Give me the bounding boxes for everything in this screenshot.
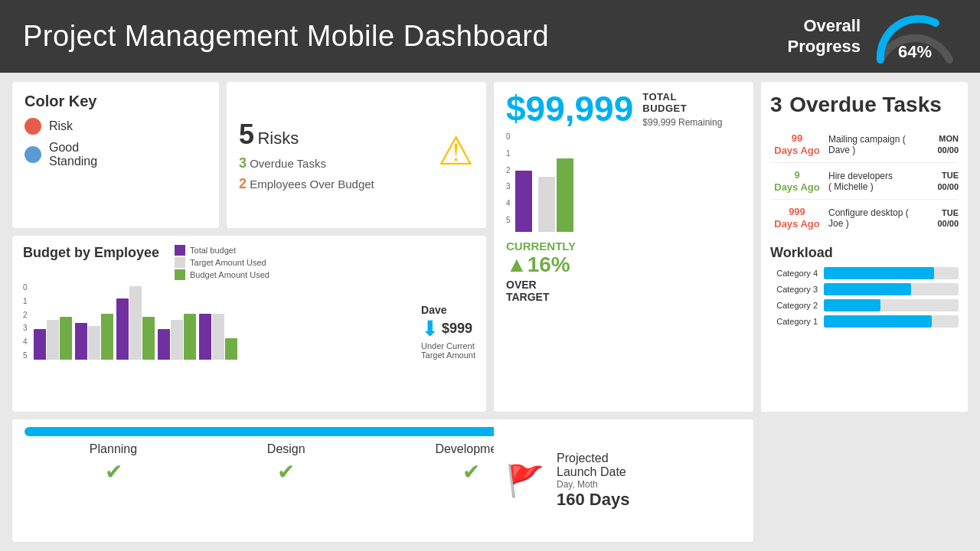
bar-group-4 (158, 314, 196, 360)
legend-box-used (175, 269, 185, 280)
launch-card: 🚩 ProjectedLaunch Date Day, Moth 160 Day… (494, 419, 753, 542)
overdue-title-label: Overdue Tasks (789, 93, 942, 116)
bar-group-1 (34, 317, 72, 360)
bar-total-4 (158, 329, 170, 360)
main-content: Color Key Risk GoodStanding 5 Risks 3 Ov… (0, 73, 980, 551)
bar-used-4 (184, 314, 196, 360)
overdue-count: 3 (239, 155, 247, 171)
bar-total-2 (75, 323, 87, 360)
risks-card: 5 Risks 3 Overdue Tasks 2 Employees Over… (227, 82, 486, 228)
over-budget-label: Employees Over Budget (250, 178, 374, 191)
overdue-title: 3 Overdue Tasks (770, 93, 959, 117)
overdue-task-1: 99Days Ago Mailing campaign (Dave ) MON0… (770, 126, 959, 163)
gauge-value: 64% (898, 42, 932, 62)
workload-fill-2 (824, 299, 880, 311)
workload-track-2 (824, 299, 959, 311)
risks-count: 5 (239, 119, 254, 150)
risk-label: Risk (49, 119, 73, 133)
mini-bar-group-1 (515, 171, 532, 232)
color-key-risk: Risk (24, 118, 207, 135)
budget-over-target: OVERTARGET (506, 279, 741, 303)
design-check-icon: ✔ (277, 459, 295, 484)
budget-emp-title: Budget by Employee (23, 245, 159, 261)
days-ago-3: 999Days Ago (770, 206, 824, 230)
bar-target-4 (171, 320, 183, 360)
bar-target-1 (47, 320, 59, 360)
workload-track-3 (824, 283, 959, 295)
phase-design: Design ✔ (267, 442, 305, 484)
overdue-task-2: 9Days Ago Hire developers( Michelle ) TU… (770, 163, 959, 200)
budget-employee-card: Budget by Employee Total budget Target A… (12, 236, 486, 412)
dave-arrow-icon: ⬇ (421, 316, 439, 341)
dave-section: Dave ⬇ $999 Under CurrentTarget Amount (421, 283, 475, 360)
budget-amount: $99,999 (506, 91, 633, 126)
budget-total-label: TOTALBUDGET (642, 91, 722, 114)
over-budget-count: 2 (239, 176, 247, 191)
mini-chart: 5 4 3 2 1 0 (506, 132, 741, 232)
workload-track-1 (824, 315, 959, 328)
bar-used-3 (142, 317, 155, 360)
budget-amount-block: $99,999 (506, 91, 633, 126)
workload-row-3: Category 3 (770, 283, 959, 295)
color-key-good: GoodStanding (24, 141, 207, 168)
budget-emp-header: Budget by Employee Total budget Target A… (23, 245, 475, 280)
workload-label-4: Category 4 (770, 269, 818, 278)
over-budget-row: 2 Employees Over Budget (239, 176, 474, 192)
mini-y-axis: 5 4 3 2 1 0 (506, 132, 512, 224)
task-desc-3: Configure desktop (Joe ) (828, 207, 916, 229)
page-title: Project Management Mobile Dashboard (23, 20, 549, 53)
planning-check-icon: ✔ (105, 459, 122, 484)
workload-row-4: Category 4 (770, 267, 959, 279)
launch-info: ProjectedLaunch Date Day, Moth 160 Days (557, 452, 629, 510)
launch-days: 160 Days (557, 490, 629, 510)
workload-fill-1 (824, 315, 932, 328)
bar-target-2 (88, 326, 100, 360)
budget-top: $99,999 TOTALBUDGET $99,999 Remaining (506, 91, 741, 128)
warning-icon: ⚠ (438, 128, 474, 174)
header: Project Management Mobile Dashboard Over… (0, 0, 980, 73)
budget-overview-card: $99,999 TOTALBUDGET $99,999 Remaining 5 … (494, 82, 753, 412)
dave-info: ⬇ $999 (421, 316, 475, 341)
days-ago-1: 99Days Ago (770, 132, 824, 156)
risks-label: Risks (257, 129, 299, 148)
bar-target-3 (129, 286, 142, 360)
workload-label-3: Category 3 (770, 285, 818, 294)
good-dot (24, 146, 41, 163)
legend-label-used: Budget Amount Used (190, 270, 270, 279)
emp-y-axis: 5 4 3 2 1 0 (23, 283, 31, 360)
bar-group-2 (75, 314, 113, 360)
legend-label-total: Total budget (190, 246, 236, 255)
overdue-label: Overdue Tasks (250, 157, 326, 170)
mini-bar-group-2 (538, 158, 573, 232)
legend-label-target: Target Amount Used (190, 258, 266, 267)
emp-chart-area: 5 4 3 2 1 0 (23, 283, 475, 360)
workload-track-4 (824, 267, 959, 279)
color-key-card: Color Key Risk GoodStanding (12, 82, 219, 228)
mini-bar-used-2 (557, 158, 573, 232)
workload-label-1: Category 1 (770, 317, 818, 326)
workload-card: Workload Category 4 Category 3 Category … (761, 236, 968, 412)
workload-row-1: Category 1 (770, 315, 959, 328)
legend-box-total (175, 245, 185, 256)
budget-labels: TOTALBUDGET $99,999 Remaining (642, 91, 722, 128)
color-key-title: Color Key (24, 93, 207, 110)
launch-label: ProjectedLaunch Date (557, 452, 629, 479)
task-desc-2: Hire developers( Michelle ) (828, 171, 916, 192)
workload-title: Workload (770, 245, 959, 261)
legend: Total budget Target Amount Used Budget A… (175, 245, 270, 280)
mini-bars (515, 132, 741, 232)
legend-box-target (175, 257, 185, 268)
bar-used-1 (60, 317, 72, 360)
task-date-1: MON00/00 (920, 133, 959, 155)
bar-target-5 (212, 314, 224, 360)
task-date-3: TUE00/00 (920, 207, 959, 230)
risk-dot (24, 118, 41, 135)
mini-bar-target-2 (538, 177, 555, 232)
dave-label: Under CurrentTarget Amount (421, 341, 475, 360)
phase-design-label: Design (267, 442, 305, 456)
budget-remaining: $99,999 Remaining (642, 117, 722, 128)
legend-total: Total budget (175, 245, 270, 256)
workload-row-2: Category 2 (770, 299, 959, 311)
legend-used: Budget Amount Used (175, 269, 270, 280)
workload-fill-3 (824, 283, 911, 295)
